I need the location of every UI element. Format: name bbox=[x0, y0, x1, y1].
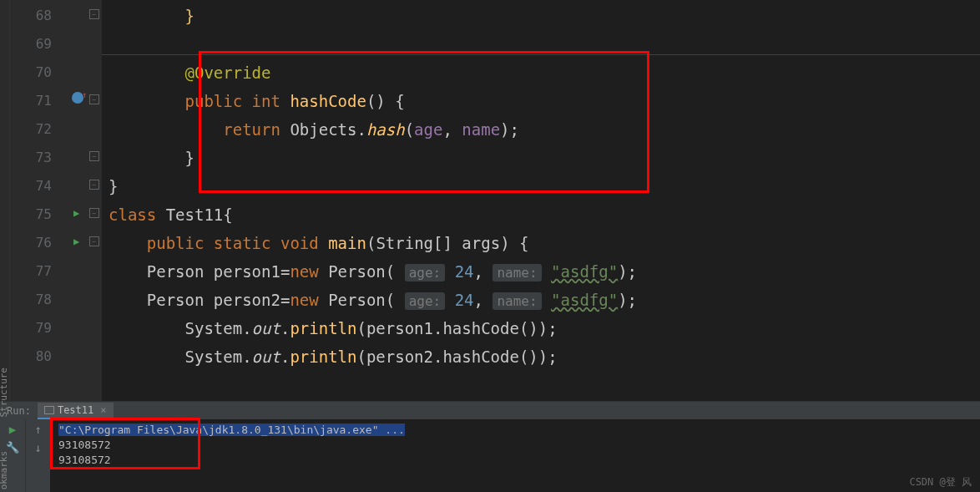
code-line[interactable]: System.out.println(person1.hashCode()); bbox=[102, 314, 980, 342]
run-gutter-icon[interactable]: ▶ bbox=[73, 207, 79, 219]
watermark: CSDN @登 风 bbox=[909, 475, 972, 489]
param-hint: age: bbox=[405, 264, 446, 282]
line-number[interactable]: 69 bbox=[10, 30, 72, 58]
code-line[interactable]: @Override bbox=[102, 58, 980, 87]
override-icon[interactable]: ↑ bbox=[72, 92, 83, 104]
fold-icon[interactable]: − bbox=[89, 236, 99, 246]
run-panel-header: Run: Test11 × bbox=[0, 401, 980, 419]
code-area[interactable]: } @Override public int hashCode() { retu… bbox=[102, 0, 980, 401]
line-number[interactable]: 74 bbox=[10, 172, 72, 200]
line-number[interactable]: 78 bbox=[10, 286, 72, 314]
line-number[interactable]: 73 bbox=[10, 144, 72, 172]
gutter-marks: ↑ ▶ ▶ bbox=[72, 0, 87, 401]
down-icon[interactable]: ↓ bbox=[34, 441, 41, 454]
code-line[interactable]: public static void main(String[] args) { bbox=[102, 229, 980, 257]
up-icon[interactable]: ↑ bbox=[34, 423, 41, 436]
code-line[interactable]: public int hashCode() { bbox=[102, 87, 980, 115]
line-number[interactable]: 75 bbox=[10, 200, 72, 229]
bookmarks-tab[interactable]: okmarks bbox=[0, 451, 9, 489]
param-hint: name: bbox=[493, 292, 541, 310]
fold-column: − − − − − − bbox=[87, 0, 102, 401]
left-sidebar bbox=[0, 0, 10, 401]
code-line[interactable]: Person person1=new Person( age: 24, name… bbox=[102, 257, 980, 286]
line-number[interactable]: 68 bbox=[10, 2, 72, 30]
rerun-icon[interactable]: ▶ bbox=[9, 423, 16, 436]
code-line[interactable]: Person person2=new Person( age: 24, name… bbox=[102, 286, 980, 314]
line-number[interactable]: 71 bbox=[10, 87, 72, 115]
fold-icon[interactable]: − bbox=[89, 151, 99, 161]
gutter: 68 69 70 71 72 73 74 75 76 77 78 79 80 bbox=[10, 0, 72, 401]
fold-icon[interactable]: − bbox=[89, 180, 99, 190]
fold-icon[interactable]: − bbox=[89, 9, 99, 19]
code-line[interactable]: class Test11{ bbox=[102, 200, 980, 229]
method-separator bbox=[102, 54, 980, 55]
code-line[interactable]: } bbox=[102, 144, 980, 172]
fold-icon[interactable]: − bbox=[89, 208, 99, 218]
line-number[interactable]: 79 bbox=[10, 314, 72, 342]
console-line: "C:\Program Files\Java\jdk1.8.0_131\bin\… bbox=[58, 423, 972, 438]
line-number[interactable]: 72 bbox=[10, 115, 72, 144]
fold-icon[interactable]: − bbox=[89, 94, 99, 104]
code-line[interactable]: System.out.println(person2.hashCode()); bbox=[102, 342, 980, 371]
line-number[interactable]: 77 bbox=[10, 257, 72, 286]
console-output[interactable]: "C:\Program Files\Java\jdk1.8.0_131\bin\… bbox=[50, 419, 980, 492]
structure-tab[interactable]: Structure bbox=[0, 368, 9, 418]
line-number[interactable]: 70 bbox=[10, 58, 72, 87]
param-hint: name: bbox=[493, 264, 541, 282]
run-toolbar-right: ↑ ↓ bbox=[25, 419, 50, 492]
console-line: 93108572 bbox=[58, 453, 972, 468]
code-line[interactable]: return Objects.hash(age, name); bbox=[102, 115, 980, 144]
run-gutter-icon[interactable]: ▶ bbox=[73, 236, 79, 247]
close-icon[interactable]: × bbox=[100, 404, 106, 416]
param-hint: age: bbox=[405, 292, 446, 310]
editor-area: 68 69 70 71 72 73 74 75 76 77 78 79 80 ↑… bbox=[0, 0, 980, 401]
run-tab-label: Test11 bbox=[58, 404, 93, 416]
code-line[interactable]: } bbox=[102, 2, 980, 30]
code-line[interactable]: } bbox=[102, 172, 980, 200]
console-line: 93108572 bbox=[58, 438, 972, 453]
run-panel-body: ▶ 🔧 ↑ ↓ "C:\Program Files\Java\jdk1.8.0_… bbox=[0, 419, 980, 492]
window-icon bbox=[44, 406, 54, 414]
run-tab[interactable]: Test11 × bbox=[38, 403, 114, 419]
line-number[interactable]: 76 bbox=[10, 229, 72, 257]
line-number[interactable]: 80 bbox=[10, 342, 72, 371]
